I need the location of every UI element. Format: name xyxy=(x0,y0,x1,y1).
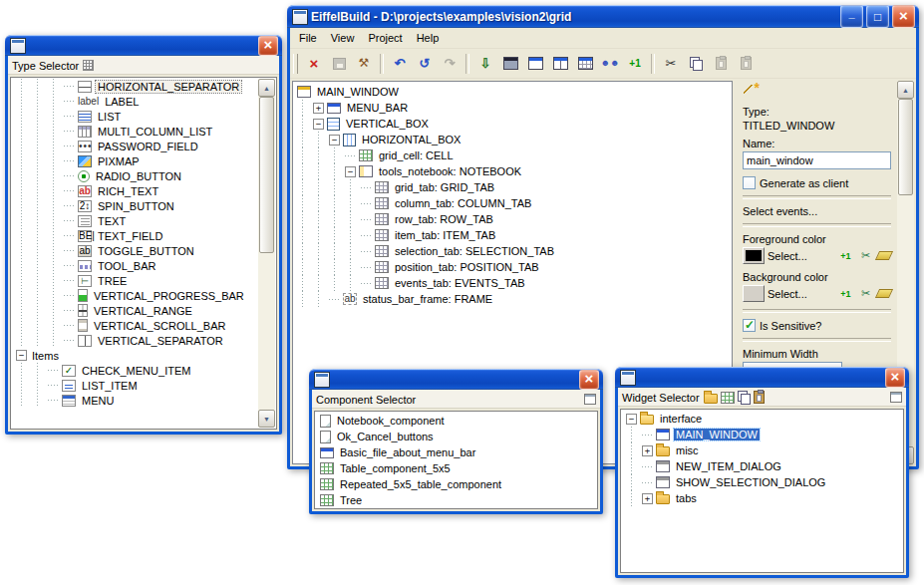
tree-item[interactable]: ⊢TREE xyxy=(12,273,258,288)
tree-item[interactable]: MAIN_WINDOW xyxy=(293,84,732,100)
foreground-select-button[interactable]: Select... xyxy=(768,250,807,262)
maximize-button[interactable] xyxy=(866,5,889,28)
tree-item-label[interactable]: events_tab: EVENTS_TAB xyxy=(393,277,527,289)
add-one-button[interactable]: +1 xyxy=(623,53,647,75)
tree-item-label[interactable]: HORIZONTAL_BOX xyxy=(360,134,462,146)
tree-item-label[interactable]: grid_cell: CELL xyxy=(377,149,456,161)
tree-item[interactable]: selection_tab: SELECTION_TAB xyxy=(293,243,732,259)
tree-item-label[interactable]: VERTICAL_BOX xyxy=(344,118,431,130)
is-sensitive-checkbox[interactable]: Is Sensitive? xyxy=(743,319,891,332)
add-component-icon[interactable] xyxy=(721,392,735,404)
tree-item-label[interactable]: Repeated_5x5_table_component xyxy=(338,478,503,490)
tree-item-label[interactable]: Notebook_component xyxy=(335,415,447,427)
tree-item[interactable]: Ok_Cancel_buttons xyxy=(316,429,596,444)
tree-item[interactable]: RADIO_BUTTON xyxy=(12,168,258,183)
tree-item-label[interactable]: TOOL_BAR xyxy=(96,260,158,272)
tree-item[interactable]: Tree xyxy=(316,492,596,507)
delete-button[interactable]: × xyxy=(302,53,326,75)
tree-item-label[interactable]: tabs xyxy=(674,492,699,504)
tree-item[interactable]: BE|TEXT_FIELD xyxy=(12,228,258,243)
scroll-track[interactable] xyxy=(258,97,275,410)
tree-item[interactable]: abstatus_bar_frame: FRAME xyxy=(293,291,732,307)
collapse-icon[interactable]: − xyxy=(345,166,356,177)
tree-item[interactable]: −VERTICAL_BOX xyxy=(293,116,732,132)
tree-item[interactable]: SHOW_SELECTION_DIALOG xyxy=(622,474,902,490)
title-bar[interactable]: EiffelBuild - D:\projects\examples\visio… xyxy=(287,5,919,28)
tree-item-label[interactable]: CHECK_MENU_ITEM xyxy=(80,365,192,377)
tree-item[interactable]: PIXMAP xyxy=(12,153,258,168)
copy-button[interactable] xyxy=(684,53,708,75)
expand-icon[interactable]: + xyxy=(642,493,653,504)
window-split-button[interactable] xyxy=(548,53,572,75)
tree-item-label[interactable]: VERTICAL_PROGRESS_BAR xyxy=(92,290,246,302)
tree-item[interactable]: LIST xyxy=(12,109,258,124)
close-button[interactable] xyxy=(258,36,278,56)
tree-item-label[interactable]: PASSWORD_FIELD xyxy=(96,141,200,152)
tree-item-label[interactable]: grid_tab: GRID_TAB xyxy=(393,181,496,193)
tree-item[interactable]: MAIN_WINDOW xyxy=(622,427,902,442)
tree-item[interactable]: −Items xyxy=(12,348,258,363)
tree-item-label[interactable]: selection_tab: SELECTION_TAB xyxy=(393,245,556,257)
tree-item[interactable]: MENU xyxy=(12,393,258,408)
collapse-icon[interactable]: − xyxy=(626,414,637,425)
undo-button[interactable]: ↶ xyxy=(388,53,412,75)
tree-item-label[interactable]: SHOW_SELECTION_DIALOG xyxy=(674,476,827,488)
tree-item-label[interactable]: MENU xyxy=(80,395,116,407)
tree-item[interactable]: 2↕SPIN_BUTTON xyxy=(12,198,258,213)
collapse-icon[interactable]: − xyxy=(313,119,324,130)
tree-item-label[interactable]: Items xyxy=(30,350,61,362)
type-selector-scrollbar[interactable] xyxy=(258,79,275,428)
tree-item[interactable]: TOOL_BAR xyxy=(12,258,258,273)
minimize-button[interactable] xyxy=(840,5,863,28)
tree-item[interactable]: abRICH_TEXT xyxy=(12,183,258,198)
window-grid-button[interactable] xyxy=(573,53,597,75)
tree-item[interactable]: −interface xyxy=(622,411,902,427)
tree-item-label[interactable]: interface xyxy=(658,413,704,425)
tree-item[interactable]: Repeated_5x5_table_component xyxy=(316,476,596,492)
users-button[interactable]: ☻☻ xyxy=(598,53,622,75)
dock-icon[interactable] xyxy=(83,60,94,71)
build-button[interactable]: ⚒ xyxy=(352,53,376,75)
cut-button[interactable]: ✂ xyxy=(659,53,683,75)
tree-item-label[interactable]: Table_component_5x5 xyxy=(338,462,453,474)
tree-item-label[interactable]: TEXT_FIELD xyxy=(96,230,164,242)
collapse-icon[interactable]: − xyxy=(16,350,27,361)
refresh-button[interactable]: ↺ xyxy=(413,53,437,75)
tree-item[interactable]: MULTI_COLUMN_LIST xyxy=(12,124,258,139)
eraser-icon[interactable] xyxy=(875,251,893,260)
name-input[interactable] xyxy=(743,151,891,169)
tree-item-label[interactable]: PIXMAP xyxy=(96,155,142,167)
window-dark-button[interactable] xyxy=(498,53,522,75)
close-button[interactable] xyxy=(885,368,905,388)
generate-button[interactable]: ⇩ xyxy=(473,53,497,75)
tree-item-label[interactable]: VERTICAL_SCROLL_BAR xyxy=(92,320,227,332)
tree-item[interactable]: VERTICAL_SEPARATOR xyxy=(12,333,258,348)
window-blue-button[interactable] xyxy=(523,53,547,75)
tree-item[interactable]: Table_component_5x5 xyxy=(316,460,596,476)
rollup-icon[interactable] xyxy=(584,394,596,405)
tree-item-label[interactable]: TEXT xyxy=(96,215,128,227)
tree-item-label[interactable]: NEW_ITEM_DIALOG xyxy=(674,460,783,472)
menu-file[interactable]: File xyxy=(292,30,324,47)
eraser-icon[interactable] xyxy=(875,289,893,298)
tree-item[interactable]: events_tab: EVENTS_TAB xyxy=(293,275,732,291)
tree-item-label[interactable]: VERTICAL_RANGE xyxy=(92,305,194,317)
tree-item[interactable]: Basic_file_about_menu_bar xyxy=(316,444,596,460)
tree-item-label[interactable]: row_tab: ROW_TAB xyxy=(393,213,495,225)
add-one-icon[interactable] xyxy=(837,249,854,263)
tree-item[interactable]: •••PASSWORD_FIELD xyxy=(12,139,258,153)
menu-project[interactable]: Project xyxy=(361,30,409,47)
tree-item[interactable]: VERTICAL_PROGRESS_BAR xyxy=(12,288,258,303)
scroll-down-icon[interactable] xyxy=(258,410,275,428)
tree-item-label[interactable]: MAIN_WINDOW xyxy=(315,86,401,98)
tree-item-label[interactable]: HORIZONTAL_SEPARATOR xyxy=(96,81,241,93)
paste-button[interactable] xyxy=(709,53,733,75)
tree-item-label[interactable]: SPIN_BUTTON xyxy=(96,200,176,212)
tree-item-label[interactable]: MAIN_WINDOW xyxy=(674,429,760,440)
title-bar[interactable] xyxy=(5,35,282,56)
tree-item[interactable]: TEXT xyxy=(12,213,258,228)
scroll-thumb[interactable] xyxy=(898,99,913,195)
pick-color-icon[interactable] xyxy=(857,249,874,263)
tree-item[interactable]: abTOGGLE_BUTTON xyxy=(12,243,258,258)
background-color-swatch[interactable] xyxy=(743,285,765,302)
